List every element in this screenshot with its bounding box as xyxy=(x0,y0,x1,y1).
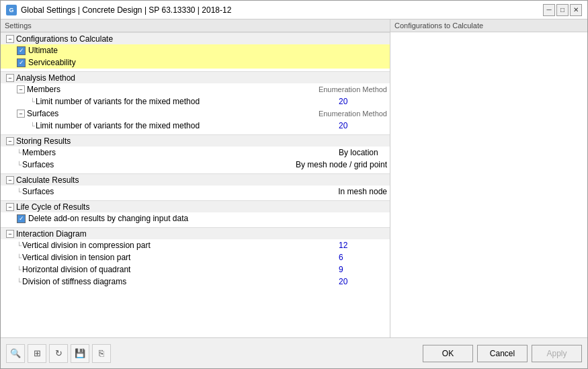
label-members-limit: Limit number of variants for the mixed m… xyxy=(36,97,333,106)
right-panel-content xyxy=(390,32,587,337)
label-store-surfaces: Surfaces xyxy=(22,160,290,169)
section-interaction: − Interaction Diagram xyxy=(1,227,390,239)
section-configurations: − Configurations to Calculate xyxy=(1,32,390,44)
label-store-members: Members xyxy=(22,148,333,157)
row-delete-addon: ✓ Delete add-on results by changing inpu… xyxy=(1,212,390,224)
checkbox-delete-addon[interactable]: ✓ xyxy=(17,214,26,223)
value-surfaces-limit: 20 xyxy=(333,121,387,130)
maximize-button[interactable]: □ xyxy=(556,4,569,16)
expand-lifecycle[interactable]: − xyxy=(6,203,14,211)
expand-interaction[interactable]: − xyxy=(6,230,14,238)
interaction-label: Interaction Diagram xyxy=(16,229,87,239)
settings-header: Settings xyxy=(1,19,390,32)
refresh-icon-button[interactable]: ↻ xyxy=(49,344,68,363)
row-vert-compression: └ Vertical division in compression part … xyxy=(1,239,390,251)
storing-label: Storing Results xyxy=(16,136,71,146)
table-icon-button[interactable]: ⊞ xyxy=(28,344,46,363)
label-ultimate: Ultimate xyxy=(28,46,387,55)
expand-analysis[interactable]: − xyxy=(6,74,14,82)
row-store-members: └ Members By location xyxy=(1,147,390,159)
close-button[interactable]: ✕ xyxy=(570,4,582,16)
section-calculate: − Calculate Results xyxy=(1,173,390,186)
label-div-stiffness: Division of stiffness diagrams xyxy=(22,277,333,286)
expand-members[interactable]: − xyxy=(17,85,25,93)
label-horiz-quadrant: Horizontal division of quadrant xyxy=(22,265,333,274)
label-surfaces-limit: Limit number of variants for the mixed m… xyxy=(36,121,333,130)
section-storing: − Storing Results xyxy=(1,134,390,147)
value-div-stiffness: 20 xyxy=(333,277,387,286)
row-members-group: − Members Enumeration Method xyxy=(1,83,390,95)
right-panel-header: Configurations to Calculate xyxy=(390,19,587,32)
row-ultimate: ✓ Ultimate xyxy=(1,44,390,56)
search-icon-button[interactable]: 🔍 xyxy=(6,344,25,363)
row-calc-surfaces: └ Surfaces In mesh node xyxy=(1,186,390,198)
expand-surfaces-analysis[interactable]: − xyxy=(17,110,25,118)
value-members-limit: 20 xyxy=(333,97,387,106)
value-calc-surfaces: In mesh node xyxy=(333,187,387,196)
section-lifecycle: − Life Cycle of Results xyxy=(1,200,390,212)
right-panel: Configurations to Calculate xyxy=(390,19,587,337)
minimize-button[interactable]: ─ xyxy=(543,4,555,16)
label-calc-surfaces: Surfaces xyxy=(22,187,333,196)
members-enum-header: Enumeration Method xyxy=(313,85,387,93)
checkbox-ultimate[interactable]: ✓ xyxy=(17,46,26,55)
expand-configurations[interactable]: − xyxy=(6,35,14,43)
checkbox-serviceability[interactable]: ✓ xyxy=(17,58,26,67)
main-window: G Global Settings | Concrete Design | SP… xyxy=(0,0,588,369)
label-vert-tension: Vertical division in tension part xyxy=(22,253,333,262)
lifecycle-label: Life Cycle of Results xyxy=(16,202,89,212)
row-surfaces-group: − Surfaces Enumeration Method xyxy=(1,108,390,120)
row-serviceability: ✓ Serviceability xyxy=(1,56,390,69)
ok-button[interactable]: OK xyxy=(423,345,473,362)
app-icon: G xyxy=(6,5,17,15)
label-vert-compression: Vertical division in compression part xyxy=(22,241,333,250)
section-analysis: − Analysis Method xyxy=(1,71,390,83)
expand-calculate[interactable]: − xyxy=(6,176,14,184)
label-serviceability: Serviceability xyxy=(28,58,387,67)
label-surfaces-analysis: Surfaces xyxy=(27,109,313,118)
row-vert-tension: └ Vertical division in tension part 6 xyxy=(1,251,390,263)
row-surfaces-limit: └ Limit number of variants for the mixed… xyxy=(1,120,390,132)
title-bar-left: G Global Settings | Concrete Design | SP… xyxy=(6,5,231,15)
dialog-buttons: OK Cancel Apply xyxy=(423,345,582,362)
value-vert-compression: 12 xyxy=(333,241,387,250)
bottom-bar: 🔍 ⊞ ↻ 💾 ⎘ OK Cancel Apply xyxy=(1,337,587,368)
copy-icon-button[interactable]: ⎘ xyxy=(92,344,111,363)
toolbar-icons: 🔍 ⊞ ↻ 💾 ⎘ xyxy=(6,344,111,363)
left-panel: Settings − Configurations to Calculate ✓… xyxy=(1,19,390,337)
value-store-surfaces: By mesh node / grid point xyxy=(290,160,387,169)
content-area: Settings − Configurations to Calculate ✓… xyxy=(1,19,587,337)
analysis-label: Analysis Method xyxy=(16,73,75,83)
row-div-stiffness: └ Division of stiffness diagrams 20 xyxy=(1,276,390,288)
surfaces-enum-header: Enumeration Method xyxy=(313,110,387,118)
configurations-label: Configurations to Calculate xyxy=(16,34,113,44)
apply-button[interactable]: Apply xyxy=(532,345,582,362)
save-icon-button[interactable]: 💾 xyxy=(71,344,89,363)
cancel-button[interactable]: Cancel xyxy=(477,345,528,362)
row-members-limit: └ Limit number of variants for the mixed… xyxy=(1,95,390,108)
value-horiz-quadrant: 9 xyxy=(333,265,387,274)
title-controls: ─ □ ✕ xyxy=(543,4,582,16)
title-bar: G Global Settings | Concrete Design | SP… xyxy=(1,1,587,19)
row-store-surfaces: └ Surfaces By mesh node / grid point xyxy=(1,159,390,171)
calculate-label: Calculate Results xyxy=(16,175,79,185)
value-store-members: By location xyxy=(333,148,387,157)
value-vert-tension: 6 xyxy=(333,253,387,262)
window-title: Global Settings | Concrete Design | SP 6… xyxy=(21,5,231,15)
settings-tree: − Configurations to Calculate ✓ Ultimate… xyxy=(1,32,390,337)
expand-storing[interactable]: − xyxy=(6,137,14,145)
row-horiz-quadrant: └ Horizontal division of quadrant 9 xyxy=(1,263,390,276)
label-members: Members xyxy=(27,85,313,94)
label-delete-addon: Delete add-on results by changing input … xyxy=(28,214,387,223)
